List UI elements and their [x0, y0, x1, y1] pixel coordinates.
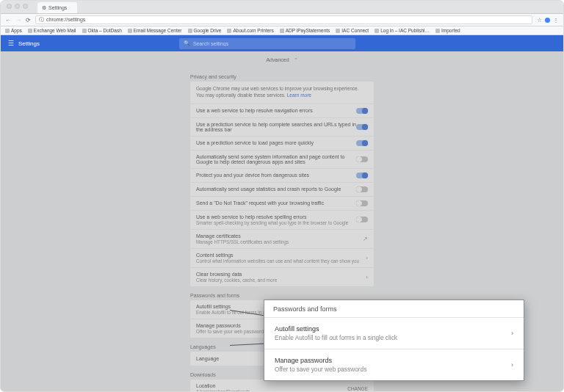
bookmark-star-icon[interactable]: ☆	[537, 17, 542, 23]
gear-icon: ⚙	[42, 2, 46, 13]
setting-label: Send a "Do Not Track" request with your …	[196, 200, 356, 206]
bookmark-icon	[227, 29, 231, 33]
bookmark-icon	[128, 29, 132, 33]
setting-row: Send a "Do Not Track" request with your …	[190, 197, 374, 211]
profile-avatar[interactable]	[545, 18, 550, 23]
setting-label: Automatically send usage statistics and …	[196, 186, 356, 192]
minimize-icon[interactable]	[15, 4, 20, 9]
callout-row-subtitle: Offer to save your web passwords	[275, 366, 366, 373]
change-button[interactable]: CHANGE	[347, 386, 368, 391]
bookmark-label: Exchange Web Mail	[34, 28, 76, 33]
bookmark-label: About.com Printers	[233, 28, 273, 33]
learn-more-link[interactable]: Learn more	[287, 92, 311, 98]
menu-icon[interactable]: ⋮	[553, 17, 559, 23]
callout-row-title: Autofill settings	[275, 325, 397, 333]
bookmark-item[interactable]: Exchange Web Mail	[28, 28, 76, 33]
bookmark-item[interactable]: Log in – IAC Publishi…	[375, 28, 430, 33]
bookmark-icon	[375, 29, 379, 33]
privacy-description: Google Chrome may use web services to im…	[190, 81, 374, 104]
setting-sublabel: Control what information websites can us…	[196, 258, 366, 264]
setting-label: Location	[196, 383, 347, 388]
advanced-label: Advanced	[266, 57, 289, 62]
bookmark-item[interactable]: Imported	[435, 28, 460, 33]
bookmark-icon	[28, 29, 32, 33]
toggle-switch[interactable]	[356, 156, 368, 162]
bookmark-item[interactable]: Okta – DotDash	[82, 28, 122, 33]
setting-label: Content settings	[196, 253, 366, 258]
setting-row: Use a prediction service to load pages m…	[190, 137, 374, 150]
toggle-switch[interactable]	[356, 200, 368, 206]
bookmark-label: Log in – IAC Publishi…	[380, 28, 430, 33]
chevron-right-icon: ›	[366, 255, 368, 261]
search-icon: 🔍	[184, 40, 190, 46]
callout-popover: Passwords and forms Autofill settings En…	[264, 300, 524, 381]
section-header-privacy: Privacy and security	[190, 72, 374, 81]
chevron-right-icon: ›	[511, 361, 513, 369]
callout-title: Passwords and forms	[264, 300, 524, 317]
setting-label: Clear browsing data	[196, 272, 366, 277]
toggle-switch[interactable]	[356, 108, 368, 114]
setting-row-link[interactable]: Clear browsing dataClear history, cookie…	[190, 268, 374, 286]
setting-row: Protect you and your device from dangero…	[190, 169, 374, 183]
reload-icon[interactable]: ⟳	[26, 17, 31, 23]
toggle-switch[interactable]	[356, 124, 368, 130]
setting-row-link[interactable]: Content settingsControl what information…	[190, 249, 374, 268]
setting-label: Use a web service to help resolve spelli…	[196, 214, 356, 219]
bookmark-label: ADP iPayStatements	[286, 28, 330, 33]
external-link-icon: ↗	[363, 236, 368, 242]
download-location-row: Location/Users/ccohen/DownloadsCHANGE	[190, 380, 374, 392]
setting-label: Use a prediction service to load pages m…	[196, 140, 356, 145]
tab-strip: ⚙ Settings	[1, 1, 563, 14]
callout-autofill-settings[interactable]: Autofill settings Enable Autofill to fil…	[264, 317, 524, 349]
browser-tab[interactable]: ⚙ Settings	[37, 2, 77, 13]
page-title: Settings	[18, 40, 40, 47]
setting-label: Use a web service to help resolve naviga…	[196, 108, 356, 113]
toggle-switch[interactable]	[356, 217, 368, 222]
toggle-switch[interactable]	[356, 173, 368, 178]
chevron-right-icon: ›	[366, 274, 368, 280]
setting-sublabel: /Users/ccohen/Downloads	[196, 389, 347, 392]
bookmark-icon	[82, 29, 87, 33]
setting-row: Automatically send usage statistics and …	[190, 183, 374, 197]
privacy-card: Google Chrome may use web services to im…	[190, 81, 374, 286]
settings-body: Advanced ⌃ Privacy and security Google C…	[1, 51, 563, 392]
bookmark-item[interactable]: Email Message Center	[128, 28, 182, 33]
bookmark-label: Email Message Center	[134, 28, 182, 33]
search-input[interactable]	[193, 41, 258, 46]
bookmark-apps[interactable]: Apps	[5, 28, 22, 33]
close-icon[interactable]	[7, 4, 12, 9]
desc-text: Google Chrome may use web services to im…	[196, 86, 358, 98]
window-controls[interactable]	[7, 4, 28, 9]
bookmark-label: Apps	[11, 28, 22, 33]
bookmark-label: Imported	[441, 28, 460, 33]
browser-window: ⚙ Settings ← → ⟳ ⓘ chrome://settings ☆ ⋮…	[0, 0, 564, 392]
toggle-switch[interactable]	[356, 186, 368, 192]
settings-search[interactable]: 🔍	[179, 38, 355, 49]
setting-label: Protect you and your device from dangero…	[196, 173, 356, 178]
bookmark-item[interactable]: IAC Connect	[336, 28, 369, 33]
section-header-passwords: Passwords and forms	[190, 291, 374, 300]
bookmark-icon	[435, 29, 440, 33]
chevron-right-icon: ›	[511, 330, 513, 337]
back-icon[interactable]: ←	[5, 17, 11, 23]
bookmark-item[interactable]: ADP iPayStatements	[280, 28, 330, 33]
forward-icon[interactable]: →	[15, 17, 21, 23]
setting-row-link[interactable]: Manage certificatesManage HTTPS/SSL cert…	[190, 230, 374, 249]
info-icon: ⓘ	[39, 16, 44, 23]
bookmarks-bar: Apps Exchange Web Mail Okta – DotDash Em…	[1, 26, 563, 35]
callout-row-title: Manage passwords	[275, 357, 366, 364]
callout-manage-passwords[interactable]: Manage passwords Offer to save your web …	[264, 349, 524, 380]
maximize-icon[interactable]	[23, 4, 28, 9]
bookmark-item[interactable]: Google Drive	[188, 28, 222, 33]
address-bar[interactable]: ⓘ chrome://settings	[35, 15, 532, 24]
advanced-toggle[interactable]: Advanced ⌃	[1, 51, 563, 72]
bookmark-item[interactable]: About.com Printers	[227, 28, 273, 33]
setting-label: Manage certificates	[196, 233, 363, 239]
setting-row: Use a web service to help resolve spelli…	[190, 211, 374, 230]
hamburger-icon[interactable]: ☰	[8, 40, 14, 47]
setting-label: Use a prediction service to help complet…	[196, 122, 356, 132]
settings-header: ☰ Settings 🔍	[1, 35, 563, 51]
setting-sublabel: Smarter spell-checking by sending what y…	[196, 220, 356, 225]
setting-row: Use a web service to help resolve naviga…	[190, 104, 374, 118]
toggle-switch[interactable]	[356, 140, 368, 146]
